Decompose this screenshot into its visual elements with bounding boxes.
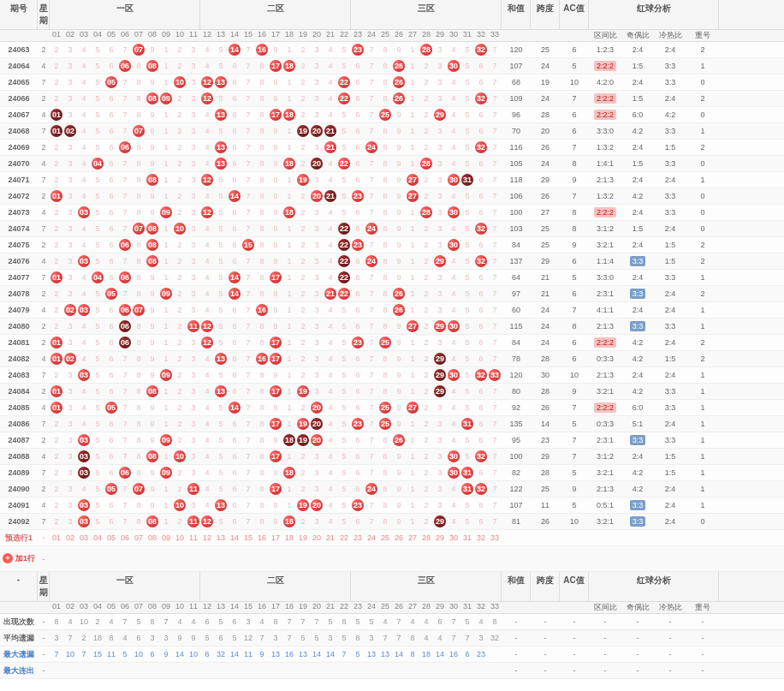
cell-num[interactable]: 5 xyxy=(214,452,228,461)
cell-num[interactable]: 3 xyxy=(310,517,324,526)
cell-num[interactable]: 7 xyxy=(488,354,502,363)
cell-num[interactable]: 6 xyxy=(351,94,365,103)
cell-num[interactable]: 3 xyxy=(63,420,77,428)
cell-num[interactable]: 5 xyxy=(214,403,228,412)
cell-num[interactable]: 6 xyxy=(104,127,118,135)
cell-num[interactable]: 8 xyxy=(132,338,146,347)
yuxuan-num[interactable]: 09 xyxy=(159,533,173,542)
cell-num[interactable]: 6 xyxy=(474,192,488,200)
cell-num[interactable]: 7 xyxy=(488,289,502,298)
cell-num[interactable]: 7 xyxy=(241,501,255,509)
cell-num[interactable]: 1 xyxy=(159,485,173,493)
cell-num[interactable]: 4 xyxy=(324,224,337,233)
cell-num[interactable]: 2 xyxy=(173,62,187,70)
cell-num[interactable]: 2 xyxy=(296,322,310,331)
cell-num[interactable]: 3 xyxy=(63,208,77,217)
cell-num[interactable]: 2 xyxy=(419,371,433,379)
cell-num[interactable]: 1 xyxy=(159,257,173,265)
cell-num[interactable]: 8 xyxy=(255,208,269,217)
cell-num[interactable]: 6 xyxy=(228,143,241,152)
cell-num[interactable]: 5 xyxy=(91,452,104,461)
cell-num[interactable]: 2 xyxy=(419,110,433,119)
cell-num[interactable]: 19 xyxy=(296,434,310,446)
cell-num[interactable]: 7 xyxy=(488,338,502,347)
cell-num[interactable]: 6 xyxy=(104,94,118,103)
cell-num[interactable]: 8 xyxy=(132,517,146,526)
cell-num[interactable]: 3 xyxy=(187,176,200,184)
cell-num[interactable]: 7 xyxy=(241,143,255,152)
cell-num[interactable]: 21 xyxy=(324,125,337,137)
cell-num[interactable]: 19 xyxy=(296,499,310,511)
cell-num[interactable]: 2 xyxy=(173,420,187,428)
cell-num[interactable]: 8 xyxy=(132,354,146,363)
cell-num[interactable]: 6 xyxy=(351,354,365,363)
cell-num[interactable]: 4 xyxy=(447,192,460,200)
cell-num[interactable]: 5 xyxy=(460,208,474,217)
cell-num[interactable]: 6 xyxy=(228,176,241,184)
cell-num[interactable]: 2 xyxy=(296,224,310,233)
cell-num[interactable]: 8 xyxy=(378,78,392,86)
cell-num[interactable]: 25 xyxy=(378,109,392,121)
cell-num[interactable]: 18 xyxy=(282,434,296,446)
cell-num[interactable]: 9 xyxy=(146,436,159,444)
cell-num[interactable]: 1 xyxy=(159,338,173,347)
cell-num[interactable]: 7 xyxy=(241,403,255,412)
cell-num[interactable]: 2 xyxy=(419,420,433,428)
cell-num[interactable]: 9 xyxy=(269,371,282,379)
cell-num[interactable]: 01 xyxy=(50,109,63,121)
cell-num[interactable]: 3 xyxy=(187,387,200,396)
cell-num[interactable]: 1 xyxy=(406,257,419,265)
cell-num[interactable]: 23 xyxy=(351,418,365,430)
cell-num[interactable]: 13 xyxy=(214,158,228,170)
cell-num[interactable]: 7 xyxy=(365,176,378,184)
cell-num[interactable]: 4 xyxy=(200,387,214,396)
cell-num[interactable]: 8 xyxy=(378,127,392,135)
cell-num[interactable]: 8 xyxy=(255,192,269,200)
cell-num[interactable]: 8 xyxy=(378,387,392,396)
cell-num[interactable]: 2 xyxy=(50,468,63,477)
cell-num[interactable]: 1 xyxy=(282,45,296,54)
cell-num[interactable]: 32 xyxy=(474,450,488,462)
cell-num[interactable]: 3 xyxy=(433,78,447,86)
cell-num[interactable]: 6 xyxy=(228,387,241,396)
cell-num[interactable]: 2 xyxy=(296,517,310,526)
cell-num[interactable]: 08 xyxy=(146,385,159,397)
cell-num[interactable]: 7 xyxy=(365,110,378,119)
cell-num[interactable]: 4 xyxy=(77,224,91,233)
yuxuan-num[interactable]: 08 xyxy=(146,533,159,542)
cell-num[interactable]: 1 xyxy=(406,338,419,347)
cell-num[interactable]: 18 xyxy=(282,109,296,121)
cell-num[interactable]: 2 xyxy=(50,143,63,152)
cell-num[interactable]: 16 xyxy=(255,304,269,316)
yuxuan-num[interactable]: 18 xyxy=(282,533,296,542)
cell-num[interactable]: 6 xyxy=(228,257,241,265)
cell-num[interactable]: 5 xyxy=(337,192,351,200)
cell-num[interactable]: 1 xyxy=(282,420,296,428)
cell-num[interactable]: 1 xyxy=(406,159,419,168)
cell-num[interactable]: 2 xyxy=(419,452,433,461)
cell-num[interactable]: 5 xyxy=(214,289,228,298)
cell-num[interactable]: 9 xyxy=(392,468,406,477)
cell-num[interactable]: 7 xyxy=(118,452,132,461)
cell-num[interactable]: 12 xyxy=(200,76,214,88)
cell-num[interactable]: 2 xyxy=(419,517,433,526)
yuxuan-num[interactable]: 23 xyxy=(351,533,365,542)
cell-num[interactable]: 8 xyxy=(378,143,392,152)
cell-num[interactable]: 7 xyxy=(488,517,502,526)
cell-num[interactable]: 33 xyxy=(488,369,502,381)
cell-num[interactable]: 2 xyxy=(296,192,310,200)
cell-num[interactable]: 06 xyxy=(118,304,132,316)
cell-num[interactable]: 3 xyxy=(187,208,200,217)
cell-num[interactable]: 3 xyxy=(310,241,324,249)
cell-num[interactable]: 8 xyxy=(255,387,269,396)
cell-num[interactable]: 4 xyxy=(324,338,337,347)
cell-num[interactable]: 13 xyxy=(214,76,228,88)
yuxuan-num[interactable]: 05 xyxy=(104,533,118,542)
yuxuan-num[interactable]: 06 xyxy=(118,533,132,542)
cell-num[interactable]: 17 xyxy=(269,385,282,397)
cell-num[interactable]: 7 xyxy=(118,436,132,444)
cell-num[interactable]: 3 xyxy=(187,371,200,379)
yuxuan-num[interactable]: 19 xyxy=(296,533,310,542)
cell-num[interactable]: 5 xyxy=(460,452,474,461)
cell-num[interactable]: 5 xyxy=(460,257,474,265)
